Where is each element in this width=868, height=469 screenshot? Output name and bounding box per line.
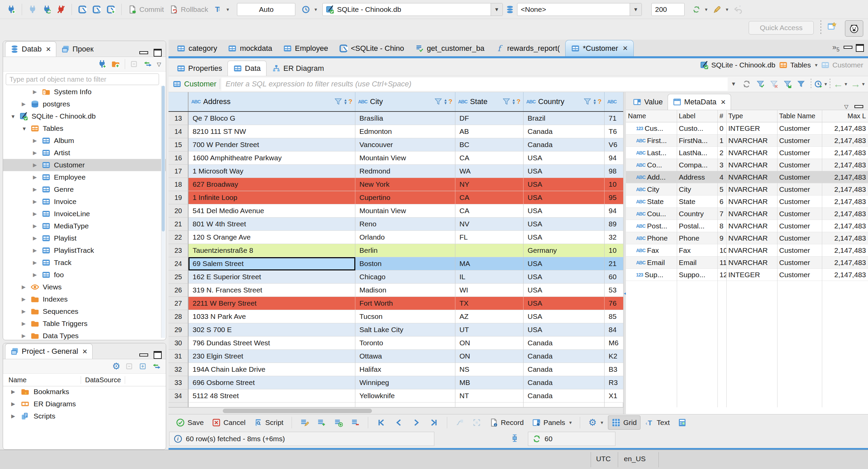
tree-expand-arrow-icon[interactable]: ▶	[33, 260, 37, 266]
row-number[interactable]: 21	[169, 218, 189, 231]
meta-label-cell[interactable]: State	[677, 198, 717, 206]
row-number[interactable]: 20	[169, 204, 189, 218]
table-row[interactable]: 191 Infinite LoopCupertinoCAUSA95	[169, 191, 623, 204]
tree-collapse-arrow-icon[interactable]: ▼	[22, 126, 27, 131]
meta-ordinal-cell[interactable]: 7	[717, 210, 726, 218]
metadata-row[interactable]: ABCCityCity5NVARCHARCustomer2,147,483	[626, 183, 868, 196]
table-row[interactable]: 26319 N. Frances StreetMadisonWIUSA53	[169, 284, 623, 297]
grid-cell[interactable]: Chicago	[355, 270, 455, 284]
row-number[interactable]: 33	[169, 376, 189, 389]
record-button[interactable]: i Record	[486, 416, 527, 429]
row-number[interactable]: 16	[169, 151, 189, 165]
grid-cell[interactable]: Toronto	[355, 337, 455, 350]
select-region-button[interactable]	[469, 416, 485, 429]
meta-table-cell[interactable]: Customer	[777, 259, 822, 267]
meta-maxlength-cell[interactable]: 2,147,483	[822, 137, 868, 145]
view-menu-icon[interactable]: ▽	[157, 61, 161, 67]
row-number[interactable]: 26	[169, 284, 189, 297]
row-number[interactable]: 31	[169, 350, 189, 363]
meta-name-cell[interactable]: ABCPhone	[626, 234, 677, 242]
grid-cell[interactable]: 94	[605, 204, 623, 218]
grid-cell[interactable]: IL	[455, 270, 524, 284]
grid-cell[interactable]: 85	[605, 310, 623, 323]
locale-label[interactable]: en_US	[624, 455, 646, 463]
meta-table-cell[interactable]: Customer	[777, 210, 822, 218]
meta-table-cell[interactable]: Customer	[777, 149, 822, 157]
meta-maxlength-cell[interactable]: 2,147,483	[822, 271, 868, 279]
tree-item-views[interactable]: ▶Views	[3, 281, 166, 293]
grid-cell[interactable]: Canada	[524, 389, 605, 403]
column-header-country[interactable]: ABCCountry▲▼?	[524, 92, 605, 111]
grid-cell[interactable]: UT	[455, 323, 524, 337]
editor-tab-rewards-report-[interactable]: frewards_report(	[490, 40, 565, 56]
close-icon[interactable]: ✕	[721, 98, 726, 106]
grid-cell[interactable]: NT	[455, 389, 524, 403]
navigator-filter-input[interactable]	[6, 74, 159, 85]
tree-item-artist[interactable]: ▶Artist	[3, 147, 166, 159]
metadata-row[interactable]: 123Cus...Custo...0INTEGERCustomer2,147,4…	[626, 122, 868, 135]
table-row[interactable]: 13Qe 7 Bloco GBrasíliaDFBrazil71	[169, 112, 623, 125]
metadata-row[interactable]: ABCEmailEmail11NVARCHARCustomer2,147,483	[626, 257, 868, 269]
new-connection-icon[interactable]	[98, 60, 106, 68]
grid-cell[interactable]: CA	[455, 191, 524, 204]
quick-access-box[interactable]: Quick Access	[749, 21, 814, 35]
meta-table-cell[interactable]: Customer	[777, 234, 822, 242]
table-row[interactable]: 30796 Dundas Street WestTorontoONCanadaM…	[169, 337, 623, 350]
dbeaver-perspective-button[interactable]	[845, 20, 863, 37]
panels-button[interactable]: Panels ▾	[529, 416, 575, 429]
grid-cell[interactable]: 120 S Orange Ave	[189, 231, 355, 244]
grid-cell[interactable]: NS	[455, 363, 524, 376]
expand-all-icon[interactable]	[139, 362, 147, 371]
breadcrumb-item-tables[interactable]: Tables▾	[779, 61, 817, 69]
meta-name-cell[interactable]: ABCCo...	[626, 161, 677, 169]
grid-cell[interactable]: Edmonton	[355, 125, 455, 138]
tree-expand-arrow-icon[interactable]: ▶	[22, 308, 26, 314]
project-item-bookmarks[interactable]: ▶Bookmarks	[3, 386, 166, 398]
table-row[interactable]: 161600 Amphitheatre ParkwayMountain View…	[169, 151, 623, 165]
tree-expand-arrow-icon[interactable]: ▶	[33, 272, 37, 278]
close-icon[interactable]: ✕	[46, 45, 51, 53]
filter-funnel-icon[interactable]	[583, 97, 592, 106]
tree-item-invoice[interactable]: ▶Invoice	[3, 196, 166, 208]
meta-column-header-max-l[interactable]: Max L	[822, 112, 868, 120]
settings-button[interactable]: ⚙ ▾	[585, 416, 607, 429]
meta-ordinal-cell[interactable]: 8	[717, 222, 726, 230]
grid-cell[interactable]: MB	[455, 376, 524, 389]
close-icon[interactable]: ✕	[82, 348, 87, 355]
filter-apply-icon[interactable]	[754, 80, 767, 88]
tree-item-mediatype[interactable]: ▶MediaType	[3, 220, 166, 232]
table-row[interactable]: 32194A Chain Lake DriveHalifaxNSCanadaB3	[169, 363, 623, 376]
filter-funnel-icon[interactable]	[502, 97, 511, 106]
grid-cell[interactable]: Brazil	[524, 112, 605, 125]
metadata-row[interactable]: ABCCo...Compa...3NVARCHARCustomer2,147,4…	[626, 159, 868, 171]
table-row[interactable]: 31230 Elgin StreetOttawaONCanadaK2	[169, 350, 623, 363]
tree-item-system-info[interactable]: ▶iSystem Info	[3, 86, 166, 98]
grid-cell[interactable]: USA	[524, 297, 605, 310]
grid-cell[interactable]: Tucson	[355, 310, 455, 323]
grid-cell[interactable]: WA	[455, 165, 524, 178]
table-row[interactable]: 25162 E Superior StreetChicagoILUSA60	[169, 270, 623, 284]
filter-history-dropdown-icon[interactable]: ▼	[728, 81, 740, 87]
table-row[interactable]: 171 Microsoft WayRedmondWAUSA98	[169, 165, 623, 178]
metadata-row[interactable]: ABCAdd...Address4NVARCHARCustomer2,147,4…	[626, 171, 868, 183]
refresh-icon[interactable]	[739, 80, 754, 88]
meta-column-header-name[interactable]: Name	[626, 112, 677, 120]
meta-label-cell[interactable]: Compa...	[677, 161, 717, 169]
tree-expand-arrow-icon[interactable]: ▶	[33, 199, 37, 205]
schema-dropdown-button[interactable]: ▼	[630, 3, 642, 16]
highlight-pen-button[interactable]: ▾	[710, 2, 731, 17]
tx-mode-combo[interactable]: Auto	[237, 3, 295, 16]
grid-cell[interactable]: USA	[524, 231, 605, 244]
table-row[interactable]: 2469 Salem StreetBostonMAUSA21	[169, 257, 623, 270]
meta-ordinal-cell[interactable]: 10	[717, 246, 726, 254]
grid-cell[interactable]: K2	[605, 350, 623, 363]
subtab-er-diagram[interactable]: ER Diagram	[267, 61, 330, 76]
grid-cell[interactable]: Fort Worth	[355, 297, 455, 310]
tree-expand-arrow-icon[interactable]: ▶	[33, 162, 37, 168]
meta-label-cell[interactable]: Country	[677, 210, 717, 218]
tree-item-employee[interactable]: ▶Employee	[3, 171, 166, 183]
grid-cell[interactable]: WI	[455, 284, 524, 297]
commit-button[interactable]: Commit	[125, 2, 166, 17]
metadata-row[interactable]: ABCCou...Country7NVARCHARCustomer2,147,4…	[626, 208, 868, 220]
meta-label-cell[interactable]: Email	[677, 259, 717, 267]
